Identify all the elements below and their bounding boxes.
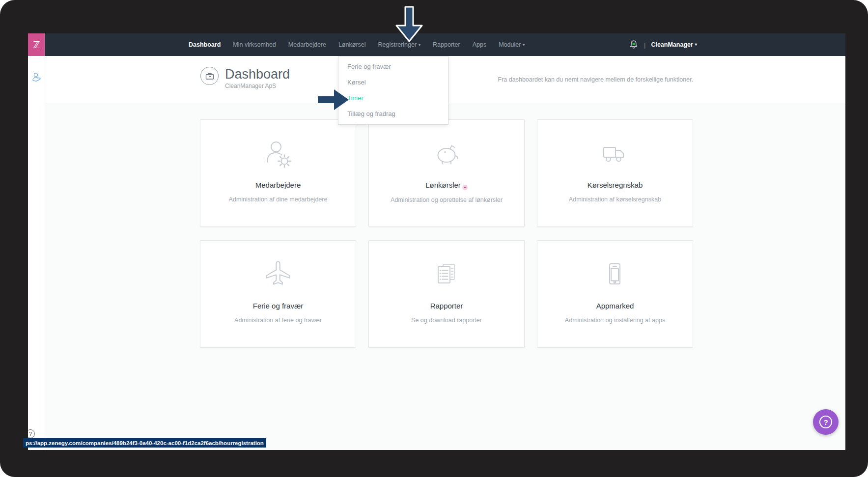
card-lonkorsler[interactable]: Lønkørsler Administration og oprettelse … [368,119,525,227]
card-title: Lønkørsler [425,181,461,189]
dashboard-cards: Medarbejdere Administration af dine meda… [200,119,693,348]
navbar-right-group: | CleanManager▾ [629,33,697,56]
sidebar-help-icon[interactable]: ? [28,429,35,438]
status-bar-url: ps://app.zenegy.com/companies/489b24f3-0… [23,438,266,448]
nav-item-apps[interactable]: Apps [473,41,487,48]
nav-item-medarbejdere[interactable]: Medarbejdere [288,41,326,48]
card-subtitle: Administration og installering af apps [537,317,693,324]
dropdown-item-timer[interactable]: Timer [338,90,448,106]
card-subtitle: Administration af dine medarbejdere [200,196,356,203]
nav-item-moduler[interactable]: Moduler▾ [499,41,525,48]
page-description: Fra dashboardet kan du nemt navigere mel… [498,76,693,83]
user-menu-label: CleanManager [651,41,693,48]
card-appmarked[interactable]: Appmarked Administration og installering… [537,240,693,348]
card-title: Rapporter [430,302,463,310]
navbar-separator: | [644,41,645,49]
app-window: ℤ ? Dashboard Min virksomhed Medarbejder… [28,33,845,450]
card-medarbejdere[interactable]: Medarbejdere Administration af dine meda… [200,119,356,227]
dropdown-item-ferie-og-fravaer[interactable]: Ferie og fravær [338,59,448,75]
content-area: Medarbejdere Administration af dine meda… [45,104,845,450]
nav-item-rapporter[interactable]: Rapporter [433,41,460,48]
dropdown-item-tillaeg-og-fradrag[interactable]: Tillæg og fradrag [338,106,448,122]
help-button[interactable]: ? [813,409,839,435]
title-block: Dashboard CleanManager ApS [200,67,290,89]
card-subtitle: Administration og oprettelse af lønkørsl… [369,196,524,203]
top-navbar: Dashboard Min virksomhed Medarbejdere Lø… [45,33,845,56]
card-title: Ferie og fravær [253,302,304,310]
documents-icon [369,258,524,293]
notification-dot [632,43,635,45]
card-subtitle: Administration af ferie og fravær [200,317,356,324]
card-subtitle: Se og download rapporter [369,317,524,324]
main-nav: Dashboard Min virksomhed Medarbejdere Lø… [189,33,525,56]
user-menu[interactable]: CleanManager▾ [651,41,697,48]
smartphone-icon [537,258,693,293]
card-subtitle: Administration af kørselsregnskab [537,196,693,203]
chevron-down-icon: ▾ [523,43,525,47]
card-title: Medarbejdere [255,181,301,189]
chevron-down-icon: ▾ [695,42,697,47]
question-mark-icon: ? [819,416,832,428]
card-korselsregnskab[interactable]: Kørselsregnskab Administration af kørsel… [537,119,693,227]
notifications-bell-icon[interactable] [629,39,639,50]
company-name: CleanManager ApS [225,83,290,89]
card-title: Kørselsregnskab [588,181,643,189]
briefcase-icon [200,67,219,85]
card-title: Appmarked [596,302,634,310]
nav-item-min-virksomhed[interactable]: Min virksomhed [233,41,276,48]
card-ferie-og-fravaer[interactable]: Ferie og fravær Administration af ferie … [200,240,356,348]
dropdown-item-korsel[interactable]: Kørsel [338,75,448,90]
zenegy-logo-glyph: ℤ [33,39,40,51]
page-title: Dashboard [225,67,290,82]
nav-item-label: Moduler [499,41,521,48]
airplane-icon [200,258,356,293]
nav-item-dashboard[interactable]: Dashboard [189,41,221,48]
pointer-arrow-right-icon [317,88,350,111]
notification-badge [462,185,468,190]
employee-gear-icon [200,138,356,172]
card-rapporter[interactable]: Rapporter Se og download rapporter [368,240,525,348]
pointer-arrow-down-icon [394,6,424,43]
nav-item-lonkorsel[interactable]: Lønkørsel [338,41,366,48]
sidebar-help-glyph: ? [29,431,32,437]
zenegy-logo[interactable]: ℤ [28,33,45,56]
truck-icon [537,138,693,172]
referral-icon[interactable] [31,72,42,83]
sidebar: ℤ ? [28,33,45,450]
screenshot-frame: ℤ ? Dashboard Min virksomhed Medarbejder… [0,0,868,477]
piggy-bank-icon [369,138,524,172]
registreringer-dropdown: Ferie og fravær Kørsel Timer Tillæg og f… [338,56,448,125]
chevron-down-icon: ▾ [419,43,420,47]
